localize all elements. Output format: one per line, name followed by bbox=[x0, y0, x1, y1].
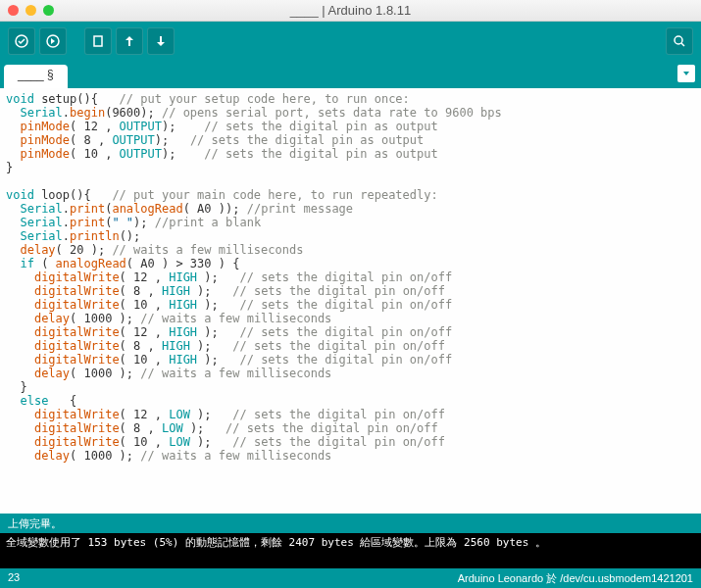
minimize-icon[interactable] bbox=[25, 5, 36, 16]
toolbar bbox=[0, 22, 701, 61]
svg-point-3 bbox=[675, 36, 682, 44]
close-icon[interactable] bbox=[8, 5, 19, 16]
tab-bar: ____ § bbox=[0, 61, 701, 88]
status-message: 上傳完畢。 bbox=[0, 514, 701, 533]
window-title: ____ | Arduino 1.8.11 bbox=[290, 3, 411, 18]
console-output[interactable]: 全域變數使用了 153 bytes (5%) 的動態記憶體，剩餘 2407 by… bbox=[0, 533, 701, 568]
line-number: 23 bbox=[8, 571, 20, 585]
svg-rect-2 bbox=[94, 36, 102, 46]
board-info: Arduino Leonardo 於 /dev/cu.usbmodem14212… bbox=[458, 571, 693, 585]
upload-button[interactable] bbox=[39, 27, 67, 55]
code-editor[interactable]: void setup(){ // put your setup code her… bbox=[0, 88, 701, 514]
open-button[interactable] bbox=[116, 27, 143, 55]
status-bar: 23 Arduino Leonardo 於 /dev/cu.usbmodem14… bbox=[0, 568, 701, 588]
tab-menu-button[interactable] bbox=[677, 65, 695, 82]
window-controls bbox=[8, 5, 54, 16]
new-button[interactable] bbox=[84, 27, 112, 55]
verify-button[interactable] bbox=[8, 27, 35, 55]
sketch-tab[interactable]: ____ § bbox=[4, 65, 68, 88]
titlebar: ____ | Arduino 1.8.11 bbox=[0, 0, 701, 22]
save-button[interactable] bbox=[147, 27, 175, 55]
serial-monitor-button[interactable] bbox=[666, 27, 693, 55]
maximize-icon[interactable] bbox=[43, 5, 54, 16]
